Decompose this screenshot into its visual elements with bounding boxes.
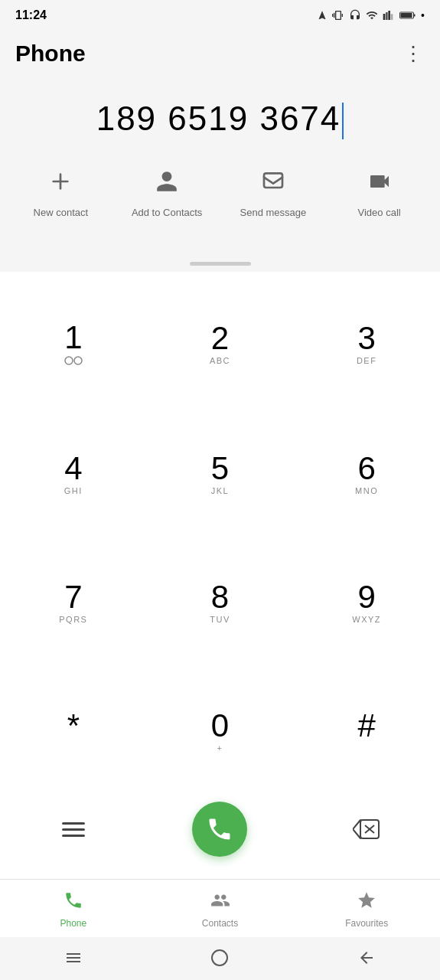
sys-menu-icon [64,949,83,967]
video-call-label: Video call [358,207,401,218]
nav-phone-label: Phone [60,918,86,929]
svg-rect-1 [414,15,416,17]
dial-key-3[interactable]: 3 DEF [293,279,440,410]
hamburger-icon [62,822,85,837]
phone-nav-icon [64,890,83,915]
drag-handle [190,262,251,266]
backspace-icon [353,818,380,840]
svg-marker-11 [353,820,360,838]
bottom-actions [0,796,440,871]
sys-menu-button[interactable] [64,949,83,970]
wifi-icon [366,9,378,21]
headset-icon [349,9,361,21]
dial-key-0[interactable]: 0 + [147,668,294,796]
add-to-contacts-label: Add to Contacts [132,207,203,218]
person-icon [148,162,186,201]
action-buttons: New contact Add to Contacts Send message… [0,147,440,241]
dialpad-grid: 1 2 ABC 3 DEF 4 GHI 5 JKL 6 MNO 7 P [0,279,440,796]
phone-number-input[interactable]: 189 6519 3674 [96,100,344,139]
vibrate-icon [332,9,344,21]
battery-icon [399,10,416,21]
svg-point-7 [74,357,82,364]
sys-back-button[interactable] [357,949,376,970]
dial-key-5[interactable]: 5 JKL [147,410,294,539]
videocam-icon [360,162,399,201]
nav-favourites-label: Favourites [345,918,388,929]
menu-button[interactable] [0,802,147,856]
add-to-contacts-button[interactable]: Add to Contacts [125,162,209,218]
dial-key-6[interactable]: 6 MNO [293,410,440,539]
call-button[interactable] [147,802,294,856]
new-contact-button[interactable]: New contact [18,162,103,218]
sys-back-icon [357,949,376,967]
message-icon [254,162,292,201]
dial-key-hash[interactable]: # [293,668,440,796]
sys-home-icon [210,949,229,967]
dial-key-1[interactable]: 1 [0,279,147,410]
dial-key-7[interactable]: 7 PQRS [0,539,147,668]
app-header: Phone ⋮ [0,31,440,77]
more-options-button[interactable]: ⋮ [403,42,425,66]
dialpad: 1 2 ABC 3 DEF 4 GHI 5 JKL 6 MNO 7 P [0,272,440,879]
call-button-circle[interactable] [192,802,247,857]
send-message-label: Send message [240,207,307,218]
dial-key-4[interactable]: 4 GHI [0,410,147,539]
dial-key-star[interactable]: * [0,668,147,796]
favourites-nav-icon [357,890,376,915]
status-bar: 11:24 • [0,0,440,31]
notification-dot: • [421,9,425,21]
status-time: 11:24 [15,8,47,22]
phone-display: 189 6519 3674 [0,77,440,147]
video-call-button[interactable]: Video call [337,162,422,218]
nav-phone[interactable]: Phone [0,890,147,929]
signal-icon [383,9,395,21]
plus-icon [41,162,80,201]
app-title: Phone [15,41,86,67]
nav-contacts-label: Contacts [202,918,238,929]
nav-contacts[interactable]: Contacts [147,890,294,929]
svg-point-6 [65,357,73,364]
divider-section [0,241,440,272]
dial-key-8[interactable]: 8 TUV [147,539,294,668]
new-contact-label: New contact [34,207,89,218]
svg-point-12 [212,950,227,965]
sys-home-button[interactable] [210,949,229,970]
bottom-nav: Phone Contacts Favourites [0,879,440,937]
location-icon [317,10,328,21]
dial-key-2[interactable]: 2 ABC [147,279,294,410]
phone-call-icon [206,815,233,843]
send-message-button[interactable]: Send message [231,162,315,218]
backspace-button[interactable] [293,802,440,856]
nav-favourites[interactable]: Favourites [293,890,440,929]
contacts-nav-icon [210,890,230,915]
svg-rect-2 [401,13,412,18]
dial-key-9[interactable]: 9 WXYZ [293,539,440,668]
system-nav [0,937,440,980]
status-icons: • [317,9,425,21]
